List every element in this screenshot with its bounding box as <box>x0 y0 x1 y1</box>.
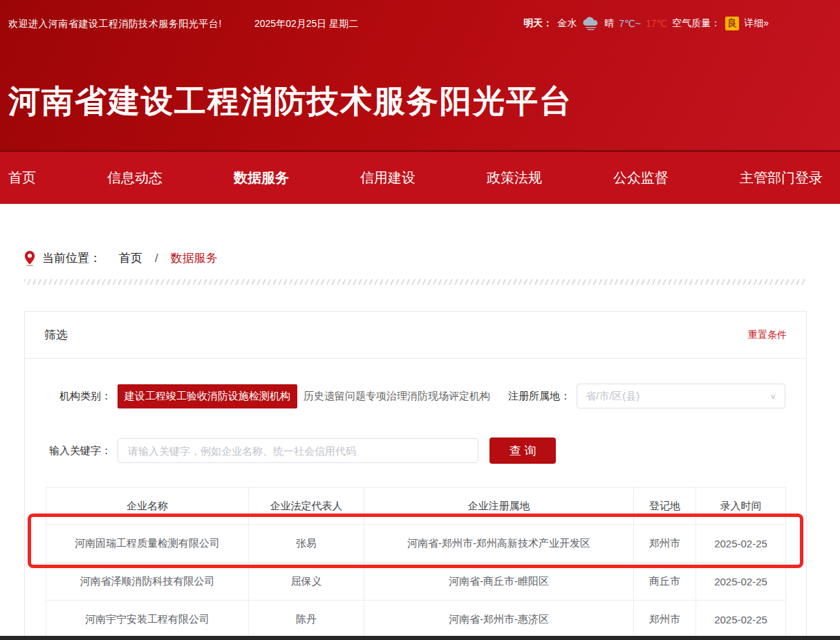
breadcrumb-current[interactable]: 数据服务 <box>171 250 218 266</box>
org-type-label: 机构类别： <box>46 390 111 403</box>
breadcrumb: 当前位置： 首页 / 数据服务 <box>24 250 218 266</box>
cell-entry-date: 2025-02-25 <box>696 525 786 563</box>
region-select-placeholder: 省/市/区(县) <box>586 390 769 403</box>
cell-legal-representative: 张易 <box>249 525 364 563</box>
nav-item-supervision[interactable]: 公众监督 <box>613 169 669 187</box>
filter-title: 筛选 <box>44 327 68 343</box>
region-label: 注册所属地： <box>505 390 570 403</box>
top-bar: 欢迎进入河南省建设工程消防技术服务阳光平台! 2025年02月25日 星期二 明… <box>0 0 840 40</box>
nav-item-home[interactable]: 首页 <box>8 169 36 187</box>
nav-item-credit[interactable]: 信用建设 <box>360 169 416 187</box>
keyword-row: 输入关键字： 查 询 <box>46 437 785 464</box>
filter-panel-body: 机构类别： 建设工程竣工验收消防设施检测机构 历史遗留问题专项治理消防现场评定机… <box>25 384 806 639</box>
temp-low: 7℃~ <box>619 18 641 29</box>
breadcrumb-home[interactable]: 首页 <box>119 250 142 266</box>
page-title: 河南省建设工程消防技术服务阳光平台 <box>8 80 572 123</box>
page: 欢迎进入河南省建设工程消防技术服务阳光平台! 2025年02月25日 星期二 明… <box>0 0 840 640</box>
breadcrumb-label: 当前位置： <box>42 250 101 266</box>
temp-high: 17℃ <box>646 18 667 29</box>
region-select[interactable]: 省/市/区(县) ∨ <box>577 384 785 408</box>
filter-panel-header: 筛选 重置条件 <box>25 312 806 359</box>
cell-registered-location: 河南省-商丘市-睢阳区 <box>364 563 634 601</box>
nav-item-data-service[interactable]: 数据服务 <box>234 169 289 187</box>
cell-legal-representative: 陈丹 <box>249 601 364 639</box>
table-header-row: 企业名称 企业法定代表人 企业注册属地 登记地 录入时间 <box>46 488 786 525</box>
reset-filters-link[interactable]: 重置条件 <box>748 329 787 341</box>
col-registered-location: 企业注册属地 <box>364 488 634 525</box>
col-registration-city: 登记地 <box>634 488 696 525</box>
col-company-name: 企业名称 <box>46 488 249 525</box>
search-button[interactable]: 查 询 <box>489 437 556 464</box>
nav-item-policy[interactable]: 政策法规 <box>487 169 542 187</box>
chevron-down-icon: ∨ <box>769 392 776 400</box>
org-type-row: 机构类别： 建设工程竣工验收消防设施检测机构 历史遗留问题专项治理消防现场评定机… <box>46 384 785 408</box>
results-table: 企业名称 企业法定代表人 企业注册属地 登记地 录入时间 河南固瑞工程质量检测有… <box>46 487 786 639</box>
cell-company-name: 河南宇宁安装工程有限公司 <box>46 601 249 639</box>
filter-panel: 筛选 重置条件 机构类别： 建设工程竣工验收消防设施检测机构 历史遗留问题专项治… <box>24 311 807 640</box>
welcome-text: 欢迎进入河南省建设工程消防技术服务阳光平台! <box>8 18 222 30</box>
main-nav: 首页 信息动态 数据服务 信用建设 政策法规 公众监督 主管部门登录 <box>0 150 840 204</box>
weather-label: 明天： <box>523 17 552 30</box>
weather-widget: 明天： 金水 晴 7℃~ 17℃ 空气质量： 良 详细» <box>523 17 769 30</box>
weather-condition: 晴 <box>604 17 614 30</box>
col-legal-representative: 企业法定代表人 <box>249 488 364 525</box>
slash-pattern-divider <box>24 279 807 285</box>
cell-entry-date: 2025-02-25 <box>696 563 786 601</box>
cell-registration-city: 郑州市 <box>634 525 696 563</box>
keyword-input[interactable] <box>118 438 478 463</box>
cell-registration-city: 商丘市 <box>634 563 696 601</box>
cell-registered-location: 河南省-郑州市-惠济区 <box>364 601 634 639</box>
cell-entry-date: 2025-02-25 <box>696 601 786 639</box>
cloud-icon <box>581 17 599 30</box>
weather-city: 金水 <box>557 17 577 30</box>
footer-edge-bar <box>0 636 840 640</box>
table-row: 河南固瑞工程质量检测有限公司 张易 河南省-郑州市-郑州高新技术产业开发区 郑州… <box>46 525 786 563</box>
region-group: 注册所属地： 省/市/区(县) ∨ <box>505 384 785 408</box>
col-entry-date: 录入时间 <box>696 488 786 525</box>
cell-company-name: 河南省泽顺消防科技有限公司 <box>46 563 249 601</box>
cell-registered-location: 河南省-郑州市-郑州高新技术产业开发区 <box>364 525 634 563</box>
cell-company-name: 河南固瑞工程质量检测有限公司 <box>46 525 249 563</box>
air-quality-badge: 良 <box>725 17 739 30</box>
air-quality-label: 空气质量： <box>672 17 720 30</box>
location-pin-icon <box>24 251 35 266</box>
table-row: 河南省泽顺消防科技有限公司 屈保义 河南省-商丘市-睢阳区 商丘市 2025-0… <box>46 563 786 601</box>
site-header: 欢迎进入河南省建设工程消防技术服务阳光平台! 2025年02月25日 星期二 明… <box>0 0 840 150</box>
cell-legal-representative: 屈保义 <box>249 563 364 601</box>
nav-item-admin-login[interactable]: 主管部门登录 <box>740 169 823 187</box>
org-type-option-unselected[interactable]: 历史遗留问题专项治理消防现场评定机构 <box>304 390 490 403</box>
cell-registration-city: 郑州市 <box>634 601 696 639</box>
breadcrumb-separator: / <box>155 252 158 265</box>
table-row: 河南宇宁安装工程有限公司 陈丹 河南省-郑州市-惠济区 郑州市 2025-02-… <box>46 601 786 639</box>
nav-item-news[interactable]: 信息动态 <box>107 169 162 187</box>
date-text: 2025年02月25日 星期二 <box>254 18 358 30</box>
keyword-label: 输入关键字： <box>46 444 111 458</box>
org-type-option-selected[interactable]: 建设工程竣工验收消防设施检测机构 <box>118 384 297 408</box>
weather-detail-link[interactable]: 详细» <box>744 17 769 30</box>
